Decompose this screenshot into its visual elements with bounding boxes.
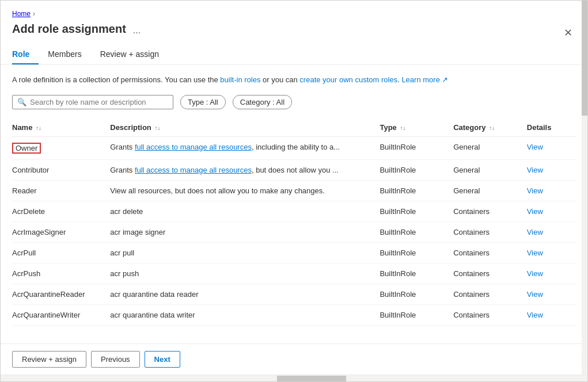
learn-more-link[interactable]: Learn more ↗ (401, 75, 448, 84)
breadcrumb-home[interactable]: Home (12, 10, 31, 18)
col-header-details: Details (527, 119, 576, 137)
type-filter-button[interactable]: Type : All (180, 95, 226, 109)
type-sort-icon: ↑↓ (400, 125, 405, 131)
role-category: General (453, 136, 527, 159)
table-row[interactable]: ContributorGrants full access to manage … (12, 159, 576, 180)
role-category: General (453, 159, 527, 180)
category-filter-button[interactable]: Category : All (233, 95, 292, 109)
role-type: BuiltInRole (380, 304, 453, 325)
table-row[interactable]: OwnerGrants full access to manage all re… (12, 136, 576, 159)
role-name[interactable]: AcrPush (12, 263, 110, 284)
col-header-name[interactable]: Name ↑↓ (12, 119, 110, 137)
col-header-type[interactable]: Type ↑↓ (380, 119, 453, 137)
role-description: acr pull (110, 242, 380, 263)
view-link[interactable]: View (527, 186, 543, 195)
role-category: Containers (453, 304, 527, 325)
role-type: BuiltInRole (380, 201, 453, 221)
col-header-category[interactable]: Category ↑↓ (453, 119, 527, 137)
ellipsis-button[interactable]: ··· (131, 26, 143, 39)
role-category: Containers (453, 242, 527, 263)
panel-header: Home › Add role assignment ··· ✕ Role Me… (1, 1, 587, 65)
view-link[interactable]: View (527, 290, 543, 299)
previous-button[interactable]: Previous (91, 351, 140, 368)
tab-bar: Role Members Review + assign (12, 45, 576, 64)
builtin-roles-link[interactable]: built-in roles (220, 75, 260, 84)
role-description: acr delete (110, 201, 380, 221)
role-category: Containers (453, 221, 527, 242)
search-icon: 🔍 (17, 98, 26, 106)
role-description: acr image signer (110, 221, 380, 242)
panel-title-row: Add role assignment ··· ✕ (12, 22, 576, 43)
role-type: BuiltInRole (380, 242, 453, 263)
role-category: General (453, 180, 527, 201)
role-name[interactable]: AcrPull (12, 242, 110, 263)
view-link[interactable]: View (527, 143, 543, 151)
role-description: View all resources, but does not allow y… (110, 180, 380, 201)
role-description: Grants full access to manage all resourc… (110, 136, 380, 159)
role-name[interactable]: AcrImageSigner (12, 221, 110, 242)
table-row[interactable]: AcrDeleteacr deleteBuiltInRoleContainers… (12, 201, 576, 221)
toolbar: 🔍 Type : All Category : All (12, 95, 576, 109)
search-box: 🔍 (12, 95, 173, 109)
category-sort-icon: ↑↓ (489, 125, 495, 131)
desc-link[interactable]: full access to manage all resources (135, 143, 252, 151)
view-link[interactable]: View (527, 311, 543, 319)
role-description: acr quarantine data reader (110, 284, 380, 304)
view-link[interactable]: View (527, 166, 543, 174)
role-type: BuiltInRole (380, 263, 453, 284)
roles-table: Name ↑↓ Description ↑↓ Type ↑↓ Category … (12, 119, 576, 326)
view-link[interactable]: View (527, 249, 543, 257)
table-row[interactable]: AcrPushacr pushBuiltInRoleContainersView (12, 263, 576, 284)
role-type: BuiltInRole (380, 221, 453, 242)
role-name[interactable]: AcrDelete (12, 201, 110, 221)
selected-role-name[interactable]: Owner (12, 143, 41, 154)
table-row[interactable]: AcrQuarantineReaderacr quarantine data r… (12, 284, 576, 304)
custom-roles-link[interactable]: create your own custom roles (299, 75, 397, 84)
role-type: BuiltInRole (380, 136, 453, 159)
role-type: BuiltInRole (380, 159, 453, 180)
role-category: Containers (453, 263, 527, 284)
role-name[interactable]: AcrQuarantineReader (12, 284, 110, 304)
tab-review-assign[interactable]: Review + assign (91, 45, 168, 64)
role-description: acr push (110, 263, 380, 284)
tab-role[interactable]: Role (12, 45, 39, 64)
close-button[interactable]: ✕ (560, 26, 576, 39)
role-type: BuiltInRole (380, 180, 453, 201)
table-header-row: Name ↑↓ Description ↑↓ Type ↑↓ Category … (12, 119, 576, 137)
role-name[interactable]: AcrQuarantineWriter (12, 304, 110, 325)
panel-title-left: Add role assignment ··· (12, 22, 143, 43)
table-row[interactable]: ReaderView all resources, but does not a… (12, 180, 576, 201)
horizontal-scrollbar[interactable] (1, 375, 587, 381)
breadcrumb: Home › (12, 10, 576, 18)
role-name[interactable]: Reader (12, 180, 110, 201)
next-button[interactable]: Next (145, 351, 180, 368)
page-title: Add role assignment (12, 22, 126, 36)
table-row[interactable]: AcrImageSigneracr image signerBuiltInRol… (12, 221, 576, 242)
role-description: acr quarantine data writer (110, 304, 380, 325)
table-row[interactable]: AcrQuarantineWriteracr quarantine data w… (12, 304, 576, 325)
role-category: Containers (453, 201, 527, 221)
role-type: BuiltInRole (380, 284, 453, 304)
name-sort-icon: ↑↓ (36, 125, 41, 131)
col-header-description[interactable]: Description ↑↓ (110, 119, 380, 137)
role-description: Grants full access to manage all resourc… (110, 159, 380, 180)
horiz-scrollbar-thumb[interactable] (277, 376, 346, 381)
view-link[interactable]: View (527, 269, 543, 278)
role-name[interactable]: Contributor (12, 159, 110, 180)
breadcrumb-separator: › (33, 10, 35, 18)
tab-members[interactable]: Members (39, 45, 90, 64)
view-link[interactable]: View (527, 228, 543, 236)
add-role-assignment-panel: Home › Add role assignment ··· ✕ Role Me… (0, 0, 588, 382)
view-link[interactable]: View (527, 207, 543, 216)
desc-link[interactable]: full access to manage all resources (135, 166, 252, 174)
desc-sort-icon: ↑↓ (154, 125, 160, 131)
description-text: A role definition is a collection of per… (12, 74, 576, 86)
table-body: OwnerGrants full access to manage all re… (12, 136, 576, 325)
panel-body: A role definition is a collection of per… (1, 65, 587, 343)
panel-footer: Review + assign Previous Next (1, 343, 587, 375)
table-row[interactable]: AcrPullacr pullBuiltInRoleContainersView (12, 242, 576, 263)
role-category: Containers (453, 284, 527, 304)
review-assign-button[interactable]: Review + assign (12, 351, 86, 368)
search-input[interactable] (30, 98, 168, 106)
